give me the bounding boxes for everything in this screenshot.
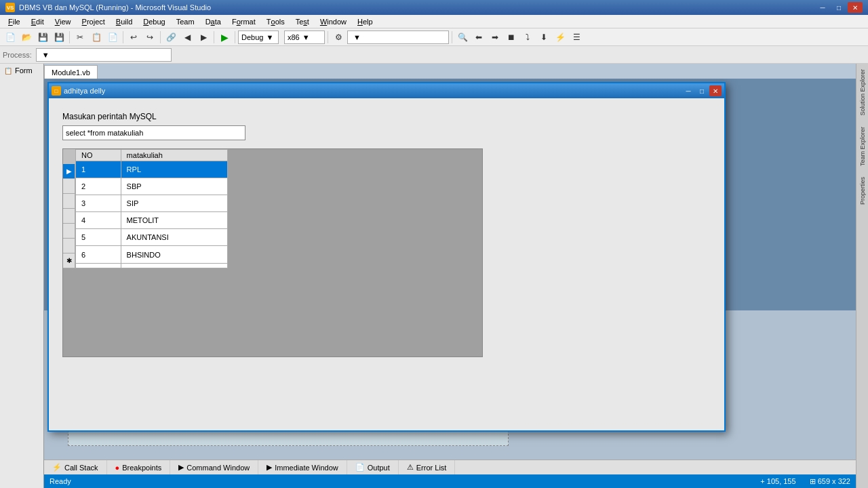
ide-body: 📋 Form Module1.vb □ a [0, 64, 868, 488]
cell-matakuliah: AKUNTANSI [121, 229, 227, 246]
status-coords: + 105, 155 [760, 477, 795, 485]
status-bar: Ready + 105, 155 ⊞ 659 x 322 [44, 474, 856, 488]
tb-extra3[interactable]: ☰ [569, 30, 584, 45]
tb-extra2[interactable]: ⚡ [553, 30, 568, 45]
sidebar-team-explorer[interactable]: Team Explorer [858, 121, 867, 171]
right-sidebar: Solution Explorer Team Explorer Properti… [856, 64, 868, 488]
form-maximize-btn[interactable]: □ [696, 85, 708, 96]
coords-prefix: + [760, 477, 764, 485]
table-row[interactable]: 1 RPL [76, 161, 228, 178]
open-btn[interactable]: 📂 [19, 30, 34, 45]
menu-window[interactable]: Window [315, 15, 352, 28]
form-icon: 📋 [4, 67, 12, 75]
undo-btn[interactable]: ↩ [126, 30, 141, 45]
paste-btn[interactable]: 📄 [105, 30, 120, 45]
immediate-window-label: Immediate Window [275, 464, 338, 472]
tab-module1[interactable]: Module1.vb [44, 65, 98, 79]
sep1 [69, 31, 70, 43]
copy-btn[interactable]: 📋 [89, 30, 104, 45]
redo-btn[interactable]: ↪ [142, 30, 157, 45]
cell-matakuliah: SIP [121, 195, 227, 212]
menu-data[interactable]: Data [200, 15, 226, 28]
table-row[interactable]: 5 AKUNTANSI [76, 229, 228, 246]
minimize-button[interactable]: ─ [815, 2, 830, 13]
cell-matakuliah: SBP [121, 178, 227, 195]
sep3 [160, 31, 161, 43]
title-bar: VS DBMS VB dan MySQL (Running) - Microso… [0, 0, 868, 15]
close-button[interactable]: ✕ [848, 2, 863, 13]
tb-stop[interactable]: ⏹ [504, 30, 519, 45]
error-list-label: Error List [416, 464, 447, 472]
output-label: Output [368, 464, 390, 472]
menu-edit[interactable]: Edit [26, 15, 50, 28]
tb-find3[interactable]: ➡ [488, 30, 502, 45]
menu-build[interactable]: Build [111, 15, 138, 28]
tb-extra1[interactable]: ⚙ [331, 30, 346, 45]
tab-output[interactable]: 📄 Output [347, 460, 399, 475]
row-ind-5 [63, 224, 75, 239]
cell-no: 2 [76, 178, 121, 195]
tb-step-into[interactable]: ⬇ [536, 30, 551, 45]
tb-step-over[interactable]: ⤵ [520, 30, 535, 45]
mysql-input[interactable] [62, 125, 245, 140]
start-btn[interactable]: ▶ [217, 30, 232, 45]
grid-gray-extension [228, 149, 482, 268]
table-row-new[interactable] [76, 263, 228, 268]
cell-no: 4 [76, 212, 121, 229]
immediate-window-icon: ▶ [267, 463, 272, 472]
nav-back-btn[interactable]: ◀ [180, 30, 195, 45]
sidebar-solution-explorer[interactable]: Solution Explorer [858, 64, 867, 121]
vb-form-window: □ adhitya delly ─ □ ✕ Masukan perintah M… [47, 82, 726, 432]
title-bar-text: DBMS VB dan MySQL (Running) - Microsoft … [19, 3, 211, 12]
menu-help[interactable]: Help [352, 15, 378, 28]
target-dropdown[interactable]: ▼ [347, 30, 449, 44]
cut-btn[interactable]: ✂ [73, 30, 87, 45]
menu-test[interactable]: Test [290, 15, 315, 28]
col-matakuliah: matakuliah [121, 150, 227, 161]
row-indicators: ▶ ✱ [63, 149, 75, 268]
menu-team[interactable]: Team [171, 15, 200, 28]
tab-command-window[interactable]: ▶ Command Window [170, 460, 258, 475]
platform-dropdown[interactable]: x86 ▼ [284, 30, 325, 44]
tab-call-stack[interactable]: ⚡ Call Stack [44, 460, 107, 475]
table-row[interactable]: 3 SIP [76, 195, 228, 212]
dropdown-arrow4: ▼ [42, 51, 50, 59]
table-row[interactable]: 4 METOLIT [76, 212, 228, 229]
debug-config-dropdown[interactable]: Debug ▼ [238, 30, 279, 44]
sep7 [452, 31, 452, 43]
dropdown-arrow2: ▼ [302, 33, 310, 41]
sidebar-properties[interactable]: Properties [858, 171, 867, 210]
cell-matakuliah-new [121, 263, 227, 268]
save-btn[interactable]: 💾 [35, 30, 50, 45]
save-all-btn[interactable]: 💾 [52, 30, 66, 45]
tab-error-list[interactable]: ⚠ Error List [399, 460, 456, 475]
row-ind-2 [63, 179, 75, 194]
col-no: NO [76, 150, 121, 161]
toolbar-row2: Process: ▼ [0, 46, 868, 64]
tab-breakpoints[interactable]: ● Breakpoints [107, 460, 171, 475]
output-icon: 📄 [355, 463, 365, 472]
menu-project[interactable]: Project [77, 15, 111, 28]
tab-immediate-window[interactable]: ▶ Immediate Window [258, 460, 347, 475]
menu-view[interactable]: View [50, 15, 77, 28]
menu-file[interactable]: File [3, 15, 26, 28]
menu-format[interactable]: Format [226, 15, 261, 28]
table-row[interactable]: 2 SBP [76, 178, 228, 195]
new-project-btn[interactable]: 📄 [3, 30, 18, 45]
vb-form-title: adhitya delly [64, 87, 105, 95]
process-dropdown[interactable]: ▼ [36, 48, 172, 62]
menu-tools[interactable]: Tools [261, 15, 290, 28]
cell-no: 6 [76, 246, 121, 263]
menu-debug[interactable]: Debug [138, 15, 170, 28]
form-minimize-btn[interactable]: ─ [682, 85, 694, 96]
form-close-btn[interactable]: ✕ [709, 85, 722, 96]
nav-fwd-btn[interactable]: ▶ [196, 30, 211, 45]
ref-btn[interactable]: 🔗 [163, 30, 178, 45]
maximize-button[interactable]: □ [831, 2, 846, 13]
tb-find1[interactable]: 🔍 [455, 30, 470, 45]
left-item-form[interactable]: 📋 Form [0, 64, 43, 77]
dropdown-arrow3: ▼ [353, 33, 361, 41]
table-row[interactable]: 6 BHSINDO [76, 246, 228, 263]
call-stack-label: Call Stack [64, 464, 98, 472]
tb-find2[interactable]: ⬅ [471, 30, 486, 45]
